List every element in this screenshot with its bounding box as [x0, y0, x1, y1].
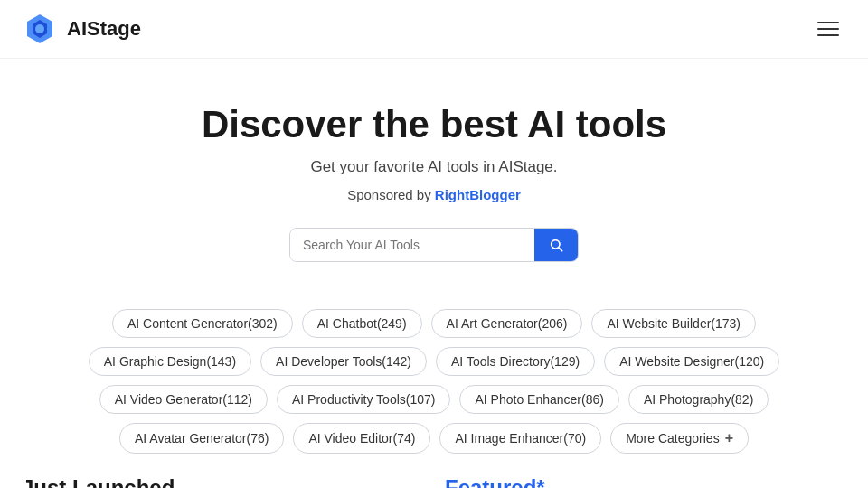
logo-text: AIStage — [67, 17, 141, 41]
search-input-wrap — [289, 228, 579, 262]
more-categories-label: More Categories — [626, 431, 720, 446]
tag-button[interactable]: AI Photo Enhancer(86) — [459, 385, 618, 414]
hero-subtitle: Get your favorite AI tools in AIStage. — [22, 158, 846, 176]
sponsored-line: Sponsored by RightBlogger — [22, 187, 846, 202]
tag-button[interactable]: AI Developer Tools(142) — [260, 347, 427, 376]
menu-button[interactable] — [810, 14, 846, 43]
search-container — [22, 228, 846, 262]
header: AIStage — [0, 0, 868, 59]
hamburger-line-3 — [817, 34, 839, 36]
hero-title: Discover the best AI tools — [22, 102, 846, 147]
search-icon — [549, 238, 563, 252]
tag-button[interactable]: AI Video Generator(112) — [99, 385, 268, 414]
hamburger-line-2 — [817, 28, 839, 30]
logo-link[interactable]: AIStage — [22, 11, 141, 47]
hero-section: Discover the best AI tools Get your favo… — [0, 59, 868, 309]
just-launched-section: Just Launched — [22, 475, 423, 488]
tag-button[interactable]: AI Graphic Design(143) — [89, 347, 251, 376]
tag-button[interactable]: AI Productivity Tools(107) — [277, 385, 450, 414]
svg-line-4 — [559, 248, 562, 251]
svg-point-2 — [35, 24, 44, 33]
tag-button[interactable]: AI Content Generator(302) — [112, 309, 293, 338]
tag-button[interactable]: AI Tools Directory(129) — [436, 347, 595, 376]
tag-button[interactable]: AI Video Editor(74) — [293, 423, 430, 454]
plus-icon: + — [725, 430, 733, 446]
tag-button[interactable]: AI Photography(82) — [628, 385, 769, 414]
search-button[interactable] — [534, 229, 578, 261]
logo-icon — [22, 11, 58, 47]
tag-button[interactable]: AI Image Enhancer(70) — [439, 423, 601, 454]
sponsored-prefix: Sponsored by — [347, 187, 435, 202]
tag-button[interactable]: AI Avatar Generator(76) — [119, 423, 284, 454]
tags-container: AI Content Generator(302)AI Chatbot(249)… — [0, 309, 868, 475]
tag-button[interactable]: AI Chatbot(249) — [302, 309, 422, 338]
just-launched-title: Just Launched — [22, 475, 423, 488]
search-input[interactable] — [290, 229, 534, 261]
more-categories-button[interactable]: More Categories+ — [610, 423, 749, 454]
featured-section: Featured* — [445, 475, 846, 488]
hamburger-line-1 — [817, 22, 839, 23]
tag-button[interactable]: AI Website Builder(173) — [591, 309, 756, 338]
sponsored-link[interactable]: RightBlogger — [435, 187, 521, 202]
bottom-section: Just Launched Featured* — [0, 475, 868, 488]
tag-button[interactable]: AI Website Designer(120) — [604, 347, 779, 376]
featured-title: Featured* — [445, 475, 846, 488]
tag-button[interactable]: AI Art Generator(206) — [431, 309, 583, 338]
